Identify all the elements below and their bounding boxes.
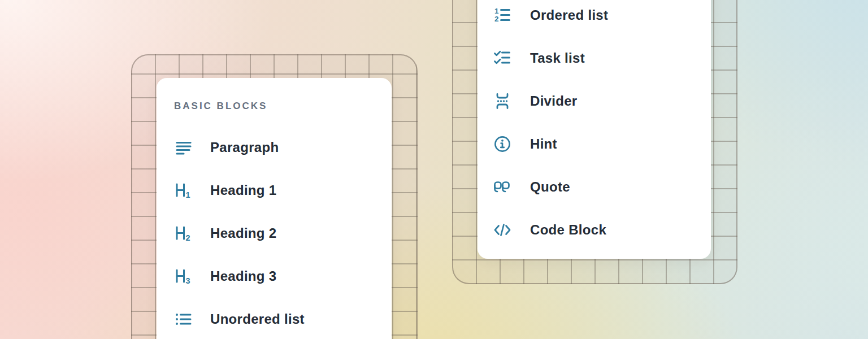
menu-item-paragraph[interactable]: Paragraph bbox=[157, 135, 392, 160]
svg-text:1: 1 bbox=[186, 190, 190, 199]
menu-item-heading-2[interactable]: 2 Heading 2 bbox=[157, 221, 392, 246]
blocks-menu-continued: 12 Ordered list Task list Divider Hint Q… bbox=[478, 0, 711, 259]
heading-2-icon: 2 bbox=[174, 224, 193, 243]
svg-text:1: 1 bbox=[494, 7, 499, 15]
menu-item-label: Unordered list bbox=[210, 311, 305, 327]
unordered-list-icon bbox=[174, 310, 193, 329]
svg-text:3: 3 bbox=[186, 276, 190, 285]
menu-item-label: Heading 1 bbox=[210, 182, 276, 198]
code-block-icon bbox=[493, 220, 512, 240]
task-list-icon bbox=[493, 49, 512, 68]
menu-item-heading-3[interactable]: 3 Heading 3 bbox=[157, 264, 392, 289]
menu-item-hint[interactable]: Hint bbox=[478, 132, 711, 157]
menu-item-divider[interactable]: Divider bbox=[478, 89, 711, 114]
svg-text:2: 2 bbox=[494, 15, 499, 23]
section-label-basic-blocks: BASIC BLOCKS bbox=[157, 78, 392, 112]
menu-item-task-list[interactable]: Task list bbox=[478, 46, 711, 71]
menu-item-quote[interactable]: Quote bbox=[478, 175, 711, 199]
menu-item-unordered-list[interactable]: Unordered list bbox=[157, 307, 392, 332]
blocks-list-continued: 12 Ordered list Task list Divider Hint Q… bbox=[478, 0, 711, 242]
menu-item-label: Code Block bbox=[530, 222, 606, 238]
hint-icon bbox=[493, 134, 512, 154]
basic-blocks-menu: BASIC BLOCKS Paragraph 1 Heading 1 2 Hea… bbox=[157, 78, 392, 339]
ordered-list-icon: 12 bbox=[493, 6, 512, 25]
divider-icon bbox=[493, 92, 512, 111]
heading-3-icon: 3 bbox=[174, 267, 193, 286]
menu-item-code-block[interactable]: Code Block bbox=[478, 218, 711, 242]
menu-item-label: Quote bbox=[530, 179, 570, 195]
menu-item-label: Heading 2 bbox=[210, 225, 276, 241]
menu-item-heading-1[interactable]: 1 Heading 1 bbox=[157, 178, 392, 203]
quote-icon bbox=[493, 177, 512, 197]
menu-item-label: Heading 3 bbox=[210, 268, 276, 284]
menu-item-label: Ordered list bbox=[530, 7, 608, 23]
svg-text:2: 2 bbox=[186, 233, 190, 242]
menu-item-label: Divider bbox=[530, 93, 577, 109]
heading-1-icon: 1 bbox=[174, 181, 193, 200]
menu-item-label: Paragraph bbox=[210, 140, 279, 155]
menu-item-label: Hint bbox=[530, 136, 557, 152]
menu-item-label: Task list bbox=[530, 50, 585, 66]
paragraph-icon bbox=[174, 138, 193, 157]
menu-item-ordered-list[interactable]: 12 Ordered list bbox=[478, 3, 711, 28]
basic-blocks-list: Paragraph 1 Heading 1 2 Heading 2 3 Head… bbox=[157, 135, 392, 332]
